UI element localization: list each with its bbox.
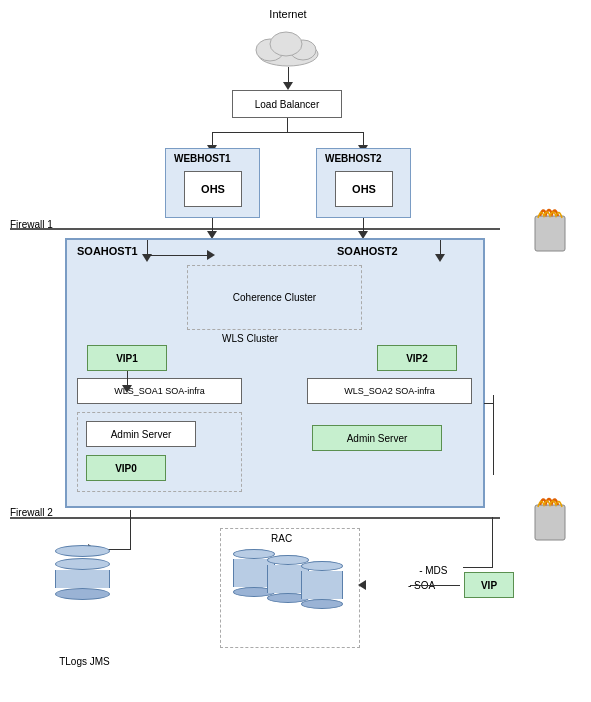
- line-soa-arrow: [147, 255, 207, 256]
- arrow-vip1-down: [122, 385, 132, 393]
- ohs1-box: OHS: [184, 171, 242, 207]
- wls-cluster-label: WLS Cluster: [222, 333, 278, 344]
- admin-server2-label: Admin Server: [347, 433, 408, 444]
- line-to-tlogs-v: [130, 510, 131, 550]
- firewall2-line: [10, 517, 500, 519]
- firewall1-label: Firewall 1: [10, 219, 53, 230]
- firewall1-icon: [530, 206, 575, 256]
- line-to-wh2: [363, 132, 364, 146]
- soa-outer-box: SOAHOST1 SOAHOST2 Coherence Cluster WLS …: [65, 238, 485, 508]
- svg-rect-4: [535, 216, 565, 251]
- rac-label: RAC: [271, 533, 292, 544]
- load-balancer-label: Load Balancer: [255, 99, 320, 110]
- webhost2-box: WEBHOST2 OHS: [316, 148, 411, 218]
- line-soa-in-right: [440, 240, 441, 255]
- arrow-internet-lb: [283, 82, 293, 90]
- vip2-label: VIP2: [406, 353, 428, 364]
- mds-soa-label: - MDS - SOA: [408, 548, 447, 608]
- rac-db3-top: [301, 561, 343, 571]
- admin-server2-box: Admin Server: [312, 425, 442, 451]
- internet-label: Internet: [248, 8, 328, 20]
- line-vip1-down: [127, 371, 128, 386]
- admin-area-left: Admin Server VIP0: [77, 412, 242, 492]
- line-ohs2-down: [363, 218, 364, 232]
- vip0-box: VIP0: [86, 455, 166, 481]
- line-internet-lb: [288, 67, 289, 83]
- wls-soa1-box: WLS_SOA1 SOA-infra: [77, 378, 242, 404]
- firewall1-line: [10, 228, 500, 230]
- line-ohs1-down: [212, 218, 213, 232]
- vip-db-box: VIP: [464, 572, 514, 598]
- cloud-icon: [248, 22, 328, 67]
- wls-soa2-label: WLS_SOA2 SOA-infra: [344, 386, 435, 396]
- tlogs-db-body: [55, 570, 110, 588]
- soahost1-label: SOAHOST1: [77, 245, 138, 257]
- svg-point-3: [270, 32, 302, 56]
- webhost1-box: WEBHOST1 OHS: [165, 148, 260, 218]
- coherence-cluster-box: Coherence Cluster: [187, 265, 362, 330]
- vip0-label: VIP0: [115, 463, 137, 474]
- vip1-box: VIP1: [87, 345, 167, 371]
- webhost1-label: WEBHOST1: [174, 153, 231, 164]
- rac-db3-body: [301, 571, 343, 599]
- firewall2-icon: [530, 495, 575, 545]
- vip1-label: VIP1: [116, 353, 138, 364]
- line-vip-to-rac: [410, 585, 460, 586]
- webhost2-label: WEBHOST2: [325, 153, 382, 164]
- line-h-split: [212, 132, 363, 133]
- ohs2-label: OHS: [352, 183, 376, 195]
- rac-db3: [301, 561, 343, 609]
- line-to-vip-box: [463, 567, 493, 568]
- load-balancer-box: Load Balancer: [232, 90, 342, 118]
- arrow-soa-right: [207, 250, 215, 260]
- line-right-vert: [493, 395, 494, 475]
- line-to-wh1: [212, 132, 213, 146]
- arrow-vip-to-rac: [358, 580, 366, 590]
- firewall2-label: Firewall 2: [10, 507, 53, 518]
- ohs1-label: OHS: [201, 183, 225, 195]
- tlogs-label: TLogs JMS: [52, 656, 117, 667]
- line-soa-in-left: [147, 240, 148, 255]
- rac-box: RAC: [220, 528, 360, 648]
- soahost2-label: SOAHOST2: [337, 245, 398, 257]
- vip-db-label: VIP: [481, 580, 497, 591]
- svg-rect-5: [535, 505, 565, 540]
- admin-server1-label: Admin Server: [111, 429, 172, 440]
- arrow-soa-in-left: [142, 254, 152, 262]
- tlogs-db-bottom: [55, 588, 110, 600]
- line-right-to-vip: [492, 517, 493, 567]
- wls-soa2-box: WLS_SOA2 SOA-infra: [307, 378, 472, 404]
- rac-db3-bot: [301, 599, 343, 609]
- admin-server1-box: Admin Server: [86, 421, 196, 447]
- arrow-soa-in-right: [435, 254, 445, 262]
- ohs2-box: OHS: [335, 171, 393, 207]
- architecture-diagram: Internet Load Balancer WEBHOST1 OHS WEBH…: [0, 0, 591, 702]
- line-lb-split: [287, 118, 288, 132]
- tlogs-db-top: [55, 545, 110, 557]
- tlogs-db: [55, 545, 110, 600]
- coherence-cluster-label: Coherence Cluster: [233, 291, 316, 304]
- vip2-box: VIP2: [377, 345, 457, 371]
- tlogs-db-mid: [55, 558, 110, 570]
